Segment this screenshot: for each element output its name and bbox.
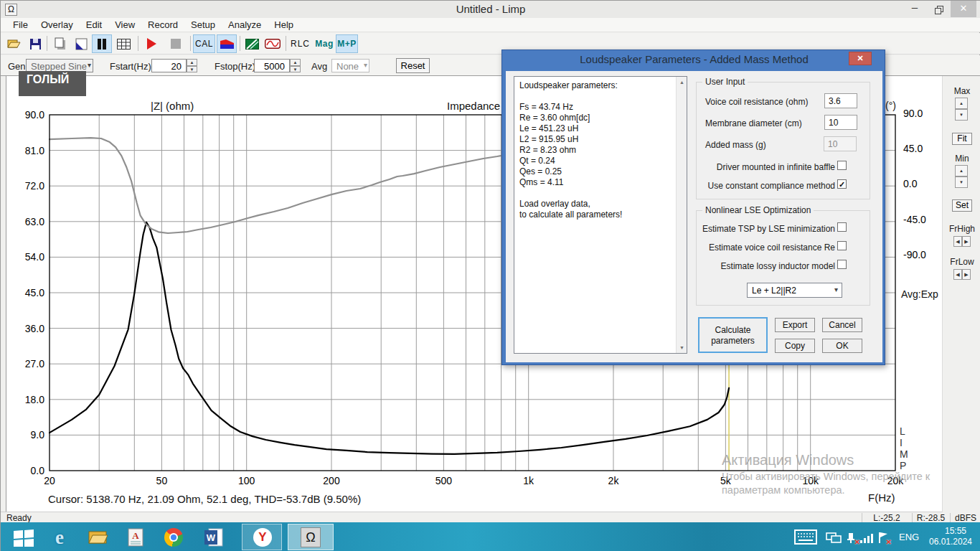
menu-setup[interactable]: Setup [184, 18, 222, 32]
sine-generator-button[interactable] [263, 34, 283, 53]
infinite-baffle-checkbox[interactable] [837, 161, 847, 170]
membrane-diameter-input[interactable]: 10 [824, 115, 857, 130]
fstart-input[interactable]: 20 [151, 59, 187, 72]
rlc-meter-button[interactable]: RLC [289, 34, 311, 53]
svg-text:2k: 2k [608, 475, 620, 486]
overlay-edit-button[interactable] [72, 34, 90, 53]
calculate-parameters-button[interactable]: Calculate parameters [698, 317, 768, 353]
copy-button[interactable]: Copy [775, 339, 815, 353]
y-right-axis-label: (°) [885, 100, 896, 111]
audio-device-icon[interactable]: ✕ [844, 532, 857, 544]
svg-text:-45.0: -45.0 [903, 214, 926, 225]
dialog-close-button[interactable]: ✕ [849, 52, 872, 65]
dialog-body: Loudspeaker parameters: Fs = 43.74 Hz Re… [506, 71, 882, 362]
export-button[interactable]: Export [775, 318, 815, 332]
added-mass-input[interactable]: 10 [824, 136, 857, 151]
nyquist-view-button[interactable] [242, 34, 261, 53]
pause-button[interactable] [92, 34, 112, 53]
frhigh-right-button[interactable]: ▶ [962, 236, 971, 247]
estimate-re-checkbox[interactable] [837, 241, 847, 250]
toolbar-separator [138, 36, 138, 51]
menu-edit[interactable]: Edit [80, 18, 108, 32]
pause-icon [97, 39, 107, 50]
record-start-button[interactable] [142, 34, 161, 53]
voice-coil-resistance-input[interactable]: 3.6 [824, 93, 857, 108]
constant-compliance-checkbox[interactable] [837, 179, 847, 189]
min-up-button[interactable]: ▲ [955, 165, 968, 176]
start-button[interactable] [11, 527, 37, 547]
averaging-select[interactable]: None ▾ [331, 59, 369, 72]
language-indicator[interactable]: ENG [899, 532, 919, 542]
magnitude-plus-phase-button[interactable]: M+P [336, 34, 358, 53]
word-icon: W [204, 528, 223, 547]
inductor-model-value: Le + L2||R2 [752, 286, 796, 296]
network-signal-icon[interactable] [860, 532, 873, 543]
table-view-button[interactable] [114, 34, 133, 53]
max-up-button[interactable]: ▲ [955, 98, 968, 109]
menu-overlay[interactable]: Overlay [34, 18, 80, 32]
estimate-tsp-checkbox[interactable] [837, 222, 847, 232]
frlow-right-button[interactable]: ▶ [962, 269, 971, 280]
parameters-textbox[interactable]: Loudspeaker parameters: Fs = 43.74 Hz Re… [514, 76, 687, 354]
restore-button[interactable] [928, 1, 951, 17]
gen-label: Gen [8, 61, 26, 72]
lse-group-label: Nonlinear LSE Optimization [702, 205, 814, 215]
new-document-icon [54, 37, 67, 50]
ok-button[interactable]: OK [822, 339, 862, 353]
scroll-down-icon[interactable]: ▼ [677, 342, 687, 353]
close-button[interactable]: ✕ [951, 1, 976, 17]
save-button[interactable] [26, 34, 44, 53]
menu-record[interactable]: Record [141, 18, 184, 32]
file-explorer-button[interactable] [85, 527, 111, 547]
down-arrow-icon[interactable]: ▼ [187, 66, 197, 73]
down-arrow-icon[interactable]: ▼ [290, 66, 301, 73]
chrome-button[interactable] [161, 527, 186, 547]
fstart-stepper[interactable]: ▲ ▼ [187, 59, 197, 72]
scroll-up-icon[interactable]: ▲ [677, 77, 687, 88]
dual-monitor-icon[interactable] [826, 532, 842, 544]
menu-help[interactable]: Help [268, 18, 300, 32]
internet-explorer-button[interactable]: e [47, 527, 72, 547]
limp-taskbar-button[interactable]: Ω [288, 524, 334, 550]
up-arrow-icon[interactable]: ▲ [187, 59, 197, 66]
folder-icon [88, 529, 109, 546]
new-document-button[interactable] [51, 34, 70, 53]
text-editor-button[interactable]: A [124, 527, 147, 547]
scrollbar[interactable]: ▲ ▼ [676, 77, 687, 353]
reset-button[interactable]: Reset [396, 58, 430, 73]
window-title: Untitled - Limp [1, 3, 980, 15]
up-arrow-icon[interactable]: ▲ [290, 59, 301, 66]
clock-date[interactable]: 06.01.2024 [925, 537, 976, 547]
open-file-button[interactable] [4, 34, 23, 53]
word-button[interactable]: W [202, 527, 226, 547]
limp-logo: L I M P [900, 425, 908, 471]
infinite-baffle-label: Driver mounted in infinite baffle [702, 162, 835, 172]
magnitude-only-button[interactable]: Mag [314, 34, 334, 53]
action-center-flag-icon[interactable]: ✕ [877, 531, 889, 544]
calibrate-button[interactable]: CAL [193, 34, 215, 53]
svg-text:20: 20 [44, 475, 55, 486]
menu-file[interactable]: File [6, 18, 34, 32]
frlow-left-button[interactable]: ◀ [953, 269, 962, 280]
min-down-button[interactable]: ▼ [955, 176, 968, 188]
clock-time[interactable]: 15:55 [936, 526, 976, 536]
fstop-stepper[interactable]: ▲ ▼ [290, 59, 301, 72]
inductor-model-select[interactable]: Le + L2||R2 ▾ [747, 283, 842, 298]
fit-button[interactable]: Fit [952, 133, 972, 145]
minimize-button[interactable]: – [903, 1, 926, 17]
chart-title: Impedance [447, 100, 500, 112]
lse-optimization-group: Nonlinear LSE Optimization Estimate TSP … [696, 210, 870, 306]
magnitude-phase-graph-button[interactable] [217, 34, 237, 53]
frhigh-left-button[interactable]: ◀ [953, 236, 962, 247]
menu-analyze[interactable]: Analyze [222, 18, 268, 32]
cancel-button[interactable]: Cancel [822, 318, 862, 332]
estimate-lossy-inductor-checkbox[interactable] [837, 260, 847, 269]
record-stop-button[interactable] [166, 34, 185, 53]
yandex-browser-button[interactable]: Y [242, 524, 282, 550]
menu-view[interactable]: View [108, 18, 141, 32]
fstop-input[interactable]: 5000 [254, 59, 290, 72]
set-button[interactable]: Set [952, 199, 972, 212]
touch-keyboard-icon[interactable] [794, 529, 817, 545]
max-down-button[interactable]: ▼ [955, 109, 968, 121]
parameters-text: Loudspeaker parameters: Fs = 43.74 Hz Re… [519, 80, 666, 220]
